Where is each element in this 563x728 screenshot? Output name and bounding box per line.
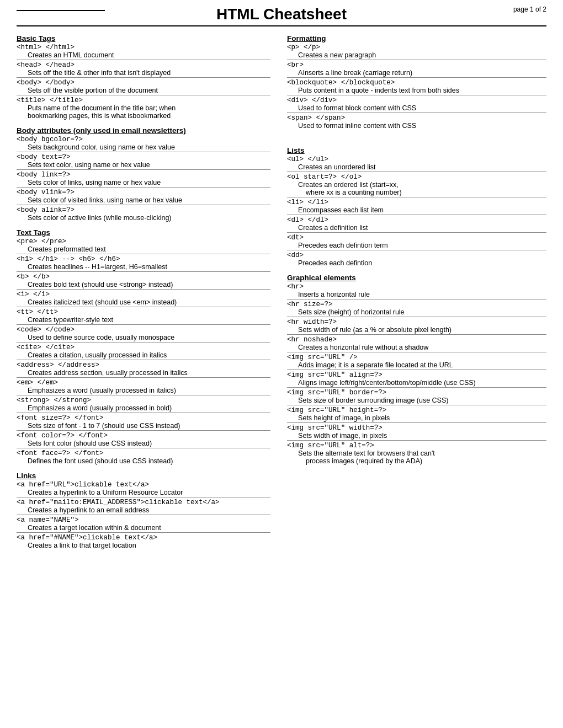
- entry-img-align: <img src="URL" align=?> Aligns image lef…: [287, 371, 546, 388]
- entry-img-width: <img src="URL" width=?> Sets width of im…: [287, 424, 546, 441]
- section-title-links: Links: [17, 472, 270, 480]
- entry-i: <i> </i> Creates italicized text (should…: [17, 291, 270, 307]
- page-title: HTML Cheatsheet: [17, 6, 546, 23]
- section-title-graphical: Graphical elements: [287, 274, 546, 282]
- spacer: [287, 136, 546, 146]
- section-lists: Lists <ul> </ul> Creates an unordered li…: [287, 146, 546, 267]
- entry-img-alt: <img src="URL" alt=?> Sets the alternate…: [287, 442, 546, 465]
- entry-a-mailto: <a href="mailto:EMAIL_ADDRESS">clickable…: [17, 499, 270, 515]
- section-title-basic-tags: Basic Tags: [17, 34, 270, 42]
- header-left-line: [17, 10, 105, 11]
- entry-body-link: <body link=?> Sets color of links, using…: [17, 171, 270, 188]
- entry-hr-noshade: <hr noshade> Creates a horizontal rule w…: [287, 336, 546, 352]
- entry-font-size: <font size=?> </font> Sets size of font …: [17, 414, 270, 431]
- section-basic-tags: Basic Tags <html> </html> Creates an HTM…: [17, 34, 270, 120]
- entry-hr-size: <hr size=?> Sets size (height) of horizo…: [287, 301, 546, 317]
- entry-em: <em> </em> Emphasizes a word (usually pr…: [17, 379, 270, 395]
- page: HTML Cheatsheet page 1 of 2 Basic Tags <…: [0, 0, 563, 728]
- entry-body-alink: <body alink=?> Sets color of active link…: [17, 206, 270, 222]
- entry-hr-width: <hr width=?> Sets width of rule (as a % …: [287, 318, 546, 335]
- right-column: Formatting <p> </p> Creates a new paragr…: [282, 34, 546, 556]
- section-formatting: Formatting <p> </p> Creates a new paragr…: [287, 34, 546, 130]
- entry-img-height: <img src="URL" height=?> Sets height of …: [287, 406, 546, 423]
- entry-div: <div> </div> Used to format block conten…: [287, 97, 546, 113]
- entry-p: <p> </p> Creates a new paragraph: [287, 44, 546, 60]
- entry-title: <title> </title> Puts name of the docume…: [17, 97, 270, 120]
- entry-a-href-name: <a href="#NAME">clickable text</a> Creat…: [17, 534, 270, 549]
- entry-tt: <tt> </tt> Creates typewriter-style text: [17, 308, 270, 325]
- entry-a-href: <a href="URL">clickable text</a> Creates…: [17, 481, 270, 497]
- entry-cite: <cite> </cite> Creates a citation, usual…: [17, 344, 270, 360]
- section-body-attributes: Body attributes (only used in email news…: [17, 126, 270, 222]
- entry-hr: <hr> Inserts a horizontal rule: [287, 283, 546, 299]
- section-title-formatting: Formatting: [287, 34, 546, 42]
- entry-bgcolor: <body bgcolor=?> Sets background color, …: [17, 136, 270, 152]
- entry-h1: <h1> </h1> --> <h6> </h6> Creates headli…: [17, 255, 270, 272]
- section-title-text-tags: Text Tags: [17, 228, 270, 237]
- entry-b: <b> </b> Creates bold text (should use <…: [17, 273, 270, 290]
- entry-font-color: <font color=?> </font> Sets font color (…: [17, 432, 270, 448]
- page-header: HTML Cheatsheet page 1 of 2: [17, 6, 546, 26]
- main-columns: Basic Tags <html> </html> Creates an HTM…: [17, 34, 546, 556]
- entry-blockquote: <blockquote> </blockquote> Puts content …: [287, 79, 546, 95]
- section-text-tags: Text Tags <pre> </pre> Creates preformat…: [17, 228, 270, 465]
- entry-body-vlink: <body vlink=?> Sets color of visited lin…: [17, 189, 270, 205]
- entry-span: <span> </span> Used to format inline con…: [287, 114, 546, 130]
- entry-strong: <strong> </strong> Emphasizes a word (us…: [17, 397, 270, 413]
- entry-a-name: <a name="NAME"> Creates a target locatio…: [17, 516, 270, 533]
- entry-ul: <ul> </ul> Creates an unordered list: [287, 156, 546, 172]
- entry-br: <br> AInserts a line break (carriage ret…: [287, 61, 546, 78]
- left-column: Basic Tags <html> </html> Creates an HTM…: [17, 34, 282, 556]
- entry-font-face: <font face=?> </font> Defines the font u…: [17, 449, 270, 465]
- page-number: page 1 of 2: [513, 6, 546, 13]
- entry-ol: <ol start=?> </ol> Creates an ordered li…: [287, 173, 546, 197]
- section-title-lists: Lists: [287, 146, 546, 154]
- entry-dl: <dl> </dl> Creates a definition list: [287, 216, 546, 233]
- entry-html: <html> </html> Creates an HTML document: [17, 44, 270, 60]
- entry-img-border: <img src="URL" border=?> Sets size of bo…: [287, 389, 546, 405]
- entry-dt: <dt> Precedes each defintion term: [287, 234, 546, 250]
- entry-body: <body> </body> Sets off the visible port…: [17, 79, 270, 95]
- entry-img-src: <img src="URL" /> Adds image; it is a se…: [287, 354, 546, 370]
- entry-li: <li> </li> Encompasses each list item: [287, 199, 546, 215]
- section-links: Links <a href="URL">clickable text</a> C…: [17, 472, 270, 549]
- entry-body-text: <body text=?> Sets text color, using nam…: [17, 153, 270, 170]
- section-title-body-attributes: Body attributes (only used in email news…: [17, 126, 270, 135]
- entry-dd: <dd> Precedes each defintion: [287, 251, 546, 267]
- entry-code: <code> </code> Used to define source cod…: [17, 326, 270, 342]
- entry-pre: <pre> </pre> Creates preformatted text: [17, 238, 270, 254]
- entry-head: <head> </head> Sets off the title & othe…: [17, 61, 270, 78]
- entry-address: <address> </address> Creates address sec…: [17, 361, 270, 378]
- section-graphical-elements: Graphical elements <hr> Inserts a horizo…: [287, 274, 546, 465]
